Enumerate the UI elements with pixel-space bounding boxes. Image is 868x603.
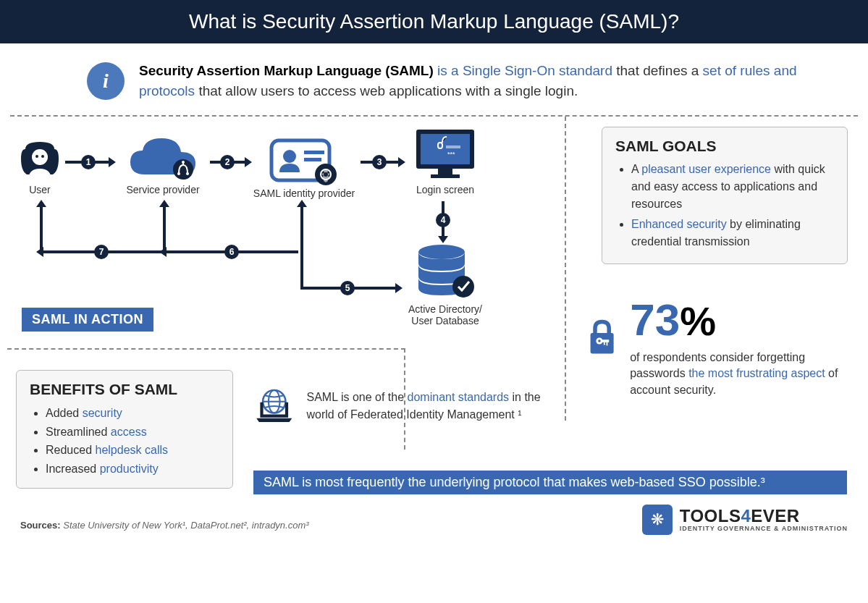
svg-point-13 xyxy=(324,172,328,177)
svg-point-4 xyxy=(177,172,180,175)
stat-text: of respondents consider forgetting passw… xyxy=(630,342,848,398)
svg-point-8 xyxy=(283,150,296,163)
laptop-globe-icon xyxy=(253,370,295,442)
flow-service-provider: Service provider xyxy=(116,135,210,195)
lock-key-icon xyxy=(587,298,617,377)
svg-rect-25 xyxy=(602,340,609,342)
svg-rect-10 xyxy=(304,158,321,161)
cloud-icon xyxy=(127,135,199,182)
flow-idp: SAML identity provider xyxy=(246,135,362,199)
user-icon xyxy=(20,138,60,182)
blue-callout: SAML is most frequently the underlying p… xyxy=(253,471,847,494)
benefits-box: BENEFITS OF SAML Added security Streamli… xyxy=(16,370,233,489)
benefit-item: Reduced helpdesk calls xyxy=(46,441,219,460)
svg-point-6 xyxy=(182,161,185,164)
stat-block: 73% of respondents consider forgetting p… xyxy=(587,298,848,398)
svg-text:***: *** xyxy=(447,151,455,158)
federated-block: SAML is one of the dominant standards in… xyxy=(253,370,543,442)
brand-icon: ❋ xyxy=(642,505,673,535)
svg-rect-19 xyxy=(446,146,460,148)
saml-goals-box: SAML GOALS A pleasant user experience wi… xyxy=(602,127,848,264)
sources-text: Sources: State University of New York¹, … xyxy=(20,520,309,531)
svg-rect-23 xyxy=(591,333,614,353)
svg-point-22 xyxy=(452,276,474,298)
id-card-icon xyxy=(268,135,340,185)
flow-database: Active Directory/ User Database xyxy=(398,243,492,326)
database-icon xyxy=(413,243,478,301)
flow-user: User xyxy=(14,138,65,195)
svg-rect-27 xyxy=(604,342,605,345)
intro-section: i Security Assertion Markup Language (SA… xyxy=(0,43,868,115)
intro-text: Security Assertion Markup Language (SAML… xyxy=(139,61,810,101)
flow-login: *** Login screen xyxy=(405,124,485,195)
svg-point-0 xyxy=(32,149,48,165)
benefit-item: Added security xyxy=(46,404,219,423)
benefit-item: Increased productivity xyxy=(46,460,219,478)
svg-rect-26 xyxy=(607,342,608,346)
svg-rect-16 xyxy=(438,169,452,174)
brand-logo-block: ❋ TOOLS4EVER IDENTITY GOVERNANCE & ADMIN… xyxy=(642,505,848,535)
svg-rect-17 xyxy=(431,174,460,178)
svg-point-2 xyxy=(41,155,44,158)
page-title: What is Security Assertion Markup Langua… xyxy=(0,0,868,43)
svg-point-1 xyxy=(35,155,38,158)
svg-point-5 xyxy=(186,172,189,175)
goal-item: Enhanced security by eliminating credent… xyxy=(631,216,834,250)
info-icon: i xyxy=(87,62,125,100)
benefit-item: Streamlined access xyxy=(46,423,219,442)
svg-point-21 xyxy=(418,245,465,259)
svg-point-28 xyxy=(598,340,601,342)
goal-item: A pleasant user experience with quick an… xyxy=(631,161,834,213)
svg-rect-9 xyxy=(304,151,324,154)
monitor-icon: *** xyxy=(413,124,478,182)
saml-in-action-label: SAML IN ACTION xyxy=(22,308,153,332)
